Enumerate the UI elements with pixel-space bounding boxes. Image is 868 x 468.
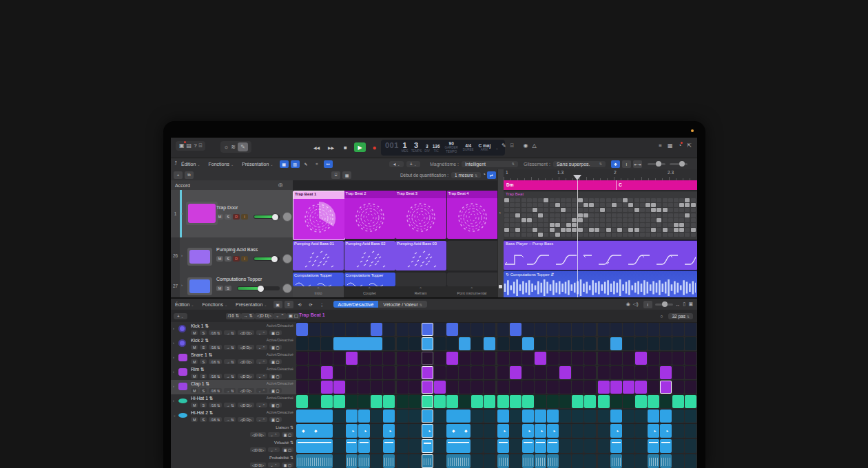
step-cell[interactable] <box>584 337 596 350</box>
step-cell[interactable] <box>598 454 610 468</box>
loop-cell-1-1[interactable]: Trap Beat 1 <box>293 191 345 240</box>
step-cell[interactable]: ▸ <box>383 424 395 438</box>
step-cell[interactable] <box>296 323 308 336</box>
step-cell[interactable] <box>409 381 421 394</box>
step-cell[interactable] <box>648 323 659 336</box>
mixer-icon[interactable]: ≋ <box>231 144 236 151</box>
step-cell[interactable] <box>296 395 308 408</box>
loop-cell-3-1[interactable]: Computations Topper <box>293 273 344 286</box>
step-cell[interactable] <box>648 352 659 365</box>
step-cell[interactable] <box>383 366 395 379</box>
step-cell[interactable] <box>635 410 647 423</box>
step-cell[interactable] <box>383 395 395 408</box>
step-cell[interactable] <box>623 454 634 468</box>
step-cell[interactable] <box>358 454 370 468</box>
subrow-control-chip[interactable]: ◁D D▷ <box>250 432 266 437</box>
step-cell[interactable] <box>648 439 659 453</box>
step-cell[interactable] <box>409 323 421 336</box>
step-cell[interactable] <box>648 410 659 423</box>
step-cell[interactable] <box>635 323 647 336</box>
step-cell[interactable] <box>484 323 495 336</box>
row-shift-chip[interactable]: ◁D D▷ <box>238 359 254 364</box>
seq-zoom-slider[interactable] <box>655 304 673 306</box>
step-cell[interactable] <box>309 366 320 379</box>
step-cell[interactable] <box>434 454 446 468</box>
step-cell[interactable] <box>397 381 409 394</box>
step-cell[interactable] <box>397 337 409 350</box>
seq-row-header[interactable]: ›Clap 1 ⇅Activé/DésactivéMS/16 ⇅→ ⇅◁D D▷… <box>171 380 296 394</box>
row-mute-button[interactable]: M <box>191 330 198 335</box>
step-cell[interactable] <box>685 366 696 379</box>
seq-row-header[interactable]: ›Kick 2 ⇅Activé/DésactivéMS/16 ⇅→ ⇅◁D D▷… <box>171 337 296 351</box>
stop-button[interactable]: ■ <box>340 142 351 152</box>
pointer-tool-select[interactable]: ➤ ⌄ <box>389 161 404 167</box>
seq-ibeam-icon[interactable]: Ⅰ <box>643 301 652 308</box>
step-cell[interactable] <box>584 454 596 468</box>
browser-icon[interactable]: ▦ <box>668 142 673 149</box>
master-shift-chip[interactable]: ◁D D▷ <box>255 313 273 319</box>
seq-row-header[interactable]: ⌄Hi-Hat 2 ⇅Activé/DésactivéMS/16 ⇅→ ⇅◁D … <box>171 409 296 423</box>
step-cell[interactable]: ▸ <box>610 424 622 438</box>
step-cell[interactable] <box>672 395 684 408</box>
step-cell[interactable] <box>446 381 458 394</box>
step-cell[interactable] <box>660 366 672 379</box>
solo-button[interactable]: S <box>225 286 231 291</box>
row-rate-chip[interactable]: /16 ⇅ <box>209 417 222 422</box>
row-mute-button[interactable]: M <box>191 359 198 364</box>
step-cell[interactable] <box>371 454 382 468</box>
step-cell[interactable] <box>522 352 534 365</box>
mute-button[interactable]: M <box>216 256 223 262</box>
row-direction-chip[interactable]: → ⇅ <box>224 345 236 350</box>
step-cell[interactable] <box>434 352 446 365</box>
step-cell[interactable] <box>510 323 521 336</box>
secondary-tool-select[interactable]: + ⌄ <box>406 161 420 167</box>
pan-knob[interactable] <box>282 212 292 222</box>
step-cell[interactable] <box>510 454 521 468</box>
step-cell[interactable] <box>459 395 471 408</box>
step-cell[interactable] <box>409 410 421 423</box>
step-cell[interactable] <box>598 424 610 438</box>
step-cell[interactable] <box>471 410 483 423</box>
record-button[interactable]: ● <box>369 142 380 152</box>
step-cell[interactable] <box>598 366 610 379</box>
step-cell[interactable] <box>623 395 634 408</box>
step-cell[interactable] <box>635 454 647 468</box>
step-cell[interactable] <box>510 337 521 350</box>
step-cell[interactable] <box>685 424 696 438</box>
step-cell[interactable] <box>346 323 358 336</box>
step-cell[interactable] <box>346 439 358 453</box>
step-cell[interactable] <box>333 337 382 350</box>
volume-knob[interactable] <box>271 256 278 262</box>
step-cell[interactable] <box>446 410 471 423</box>
step-cell[interactable] <box>333 352 345 365</box>
step-cell[interactable]: ◆◆ <box>446 424 471 438</box>
link-mode-button[interactable]: ⚯ <box>324 160 333 168</box>
seq-row-header[interactable]: ›Snare 1 ⇅Activé/DésactivéMS/16 ⇅→ ⇅◁D D… <box>171 351 296 365</box>
row-octave-chip[interactable]: ⌄ ⌃ <box>256 359 267 364</box>
solo-button[interactable]: S <box>225 256 231 262</box>
step-cell[interactable] <box>559 337 571 350</box>
step-cell[interactable] <box>535 439 546 453</box>
step-cell[interactable] <box>660 352 672 365</box>
row-octave-chip[interactable]: ⌄ ⌃ <box>256 417 267 422</box>
row-direction-chip[interactable]: → ⇅ <box>224 388 236 393</box>
step-cell[interactable] <box>397 352 409 365</box>
rotate-left-icon[interactable]: ⟲ <box>296 301 304 308</box>
share-icon[interactable]: ⇱ <box>687 142 692 149</box>
step-cell[interactable] <box>296 337 308 350</box>
seq-row-header[interactable]: ›Kick 1 ⇅Activé/DésactivéMS/16 ⇅→ ⇅◁D D▷… <box>171 322 296 337</box>
row-clear-chip[interactable]: ▣ ▢ <box>269 374 281 379</box>
row-octave-chip[interactable]: ⌄ ⌃ <box>256 330 267 335</box>
row-mute-button[interactable]: M <box>191 388 198 393</box>
step-cell[interactable] <box>397 410 409 423</box>
step-cell[interactable] <box>584 424 596 438</box>
step-cell[interactable] <box>672 454 684 468</box>
step-cell[interactable] <box>598 323 610 336</box>
step-cell[interactable] <box>397 439 409 453</box>
step-cell[interactable] <box>547 352 559 365</box>
step-cell[interactable] <box>572 454 583 468</box>
preview-speaker-icon[interactable]: ◁) <box>633 301 639 307</box>
notifications-icon[interactable]: ◔ <box>678 142 681 149</box>
step-cell[interactable]: ▸ <box>648 424 659 438</box>
step-cell[interactable] <box>648 381 659 394</box>
